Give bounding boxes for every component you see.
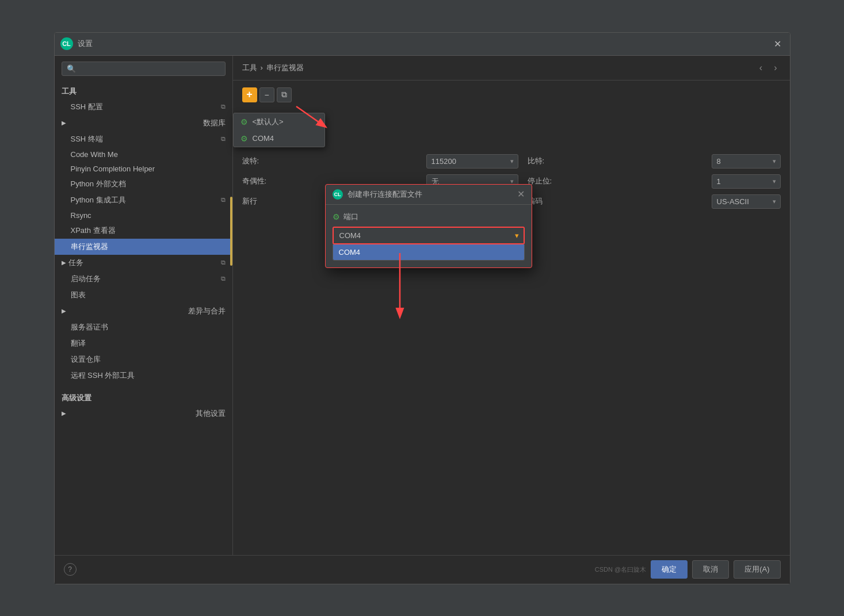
breadcrumb-nav: ‹ › [756,62,781,74]
sidebar-item-database[interactable]: ▶ 数据库 [55,115,232,131]
modal-dialog: CL 创建串行连接配置文件 ✕ ⚙ 端口 [325,184,532,268]
bits-select[interactable]: 8 [712,154,781,169]
sidebar-item-remote-ssh-tools[interactable]: 远程 SSH 外部工具 [55,368,232,384]
modal-title: 创建串行连接配置文件 [347,189,517,200]
search-box[interactable]: 🔍 [62,62,226,76]
title-bar: CL 设置 ✕ [55,33,790,56]
copy-button[interactable]: ⧉ [277,87,292,102]
sidebar-item-label: Python 集成工具 [71,195,126,205]
app-logo: CL [60,37,73,50]
breadcrumb-tool: 工具 [242,63,257,73]
sidebar-item-translate[interactable]: 翻译 [55,335,232,351]
encoding-label: 编码 [528,196,702,206]
sidebar-item-label: 其他设置 [196,408,226,419]
sidebar-item-pinyin[interactable]: Pinyin Completion Helper [55,162,232,176]
sidebar-item-label: SSH 终端 [71,134,103,144]
modal-select-wrapper: COM4 ▾ [333,227,525,244]
panel-content: + − ⧉ ⚙ <默认人> ⚙ COM4 波 [233,81,790,555]
settings-window: CL 设置 ✕ 🔍 工具 SSH 配置 ⧉ ▶ 数据库 [54,32,790,584]
sidebar-item-label: XPath 查看器 [71,225,116,236]
search-input[interactable] [79,64,220,73]
encoding-select-wrapper: US-ASCII [712,194,781,209]
close-button[interactable]: ✕ [772,37,784,50]
stop-select[interactable]: 1 [712,174,781,189]
add-button[interactable]: + [242,87,257,102]
footer-left: ? [64,563,77,576]
arrow-icon: ▶ [62,120,66,126]
dropdown-item-com4[interactable]: ⚙ COM4 [234,131,324,147]
ok-button[interactable]: 确定 [651,560,688,579]
dropdown-menu: ⚙ <默认人> ⚙ COM4 [233,113,325,147]
ext-icon: ⧉ [221,103,226,110]
sidebar-item-diff-merge[interactable]: ▶ 差异与合并 [55,303,232,319]
sidebar-item-label: SSH 配置 [71,102,103,112]
ext-icon: ⧉ [221,259,226,266]
baud-select[interactable]: 115200 [426,154,518,169]
main-content: 🔍 工具 SSH 配置 ⧉ ▶ 数据库 SSH 终端 ⧉ [55,56,790,555]
modal-dropdown-list: COM4 [333,244,525,261]
sidebar-item-label: Code With Me [71,150,118,159]
sidebar-item-label: 任务 [68,258,83,268]
modal-logo: CL [333,189,343,200]
sidebar-item-run-tasks[interactable]: 启动任务 ⧉ [55,271,232,287]
sidebar-item-serial-monitor[interactable]: 串行监视器 [55,239,232,255]
sidebar-item-label: Pinyin Completion Helper [71,164,155,173]
plugin-icon: ⚙ [240,117,248,127]
ext-icon: ⧉ [221,275,226,282]
sidebar: 🔍 工具 SSH 配置 ⧉ ▶ 数据库 SSH 终端 ⧉ [55,56,233,555]
baud-label: 波特: [242,156,417,166]
dropdown-item-default[interactable]: ⚙ <默认人> [234,113,324,131]
breadcrumb-separator: › [261,63,263,72]
modal-body: ⚙ 端口 COM4 ▾ COM4 [326,205,532,267]
sidebar-item-label: 远程 SSH 外部工具 [71,370,135,381]
sidebar-item-label: 设置仓库 [71,354,101,365]
plugin-icon: ⚙ [333,212,340,221]
search-icon: 🔍 [67,64,76,73]
sidebar-item-ssh-terminal[interactable]: SSH 终端 ⧉ [55,131,232,147]
section-tools-header: 工具 [55,82,232,99]
breadcrumb-left: 工具 › 串行监视器 [242,63,304,73]
arrow-icon: ▶ [62,410,66,416]
sidebar-item-python-tools[interactable]: Python 集成工具 ⧉ [55,192,232,208]
encoding-select[interactable]: US-ASCII [712,194,781,209]
stop-select-wrapper: 1 [712,174,781,189]
modal-dropdown-option-com4[interactable]: COM4 [333,244,524,260]
help-button[interactable]: ? [64,563,77,576]
sidebar-item-label: 服务器证书 [71,322,108,332]
nav-back-button[interactable]: ‹ [756,62,766,74]
bits-select-wrapper: 8 [712,154,781,169]
sidebar-item-rsync[interactable]: Rsync [55,208,232,223]
ext-icon: ⧉ [221,196,226,204]
stop-label: 停止位: [528,176,702,186]
sidebar-item-label: 启动任务 [71,274,101,284]
sidebar-item-tasks[interactable]: ▶ 任务 ⧉ [55,255,232,271]
sidebar-item-label: 图表 [71,290,86,300]
ext-icon: ⧉ [221,135,226,143]
sidebar-item-diagram[interactable]: 图表 [55,287,232,303]
sidebar-item-server-cert[interactable]: 服务器证书 [55,319,232,335]
modal-port-select[interactable]: COM4 [334,228,524,243]
toolbar: + − ⧉ [242,87,781,102]
sidebar-item-label: 串行监视器 [71,242,108,252]
sidebar-item-label: 翻译 [71,338,86,349]
sidebar-item-label: 数据库 [203,118,226,128]
watermark: CSDN @名曰旋木 [595,565,646,574]
bits-label: 比特: [528,156,702,166]
section-advanced-header: 高级设置 [55,388,232,405]
arrow-icon: ▶ [62,308,66,314]
sidebar-item-settings-repo[interactable]: 设置仓库 [55,351,232,368]
right-panel: 工具 › 串行监视器 ‹ › + − ⧉ [233,56,790,555]
baud-select-wrapper: 115200 [426,154,518,169]
nav-forward-button[interactable]: › [770,62,780,74]
sidebar-item-other-settings[interactable]: ▶ 其他设置 [55,405,232,422]
breadcrumb-current: 串行监视器 [266,63,304,73]
apply-button[interactable]: 应用(A) [734,560,780,579]
remove-button[interactable]: − [259,87,274,102]
modal-close-button[interactable]: ✕ [517,190,525,199]
plugin-icon: ⚙ [240,134,248,143]
sidebar-item-python-docs[interactable]: Python 外部文档 [55,176,232,192]
sidebar-item-code-with-me[interactable]: Code With Me [55,147,232,162]
cancel-button[interactable]: 取消 [692,560,729,579]
sidebar-item-xpath[interactable]: XPath 查看器 [55,223,232,239]
sidebar-item-ssh-config[interactable]: SSH 配置 ⧉ [55,99,232,115]
